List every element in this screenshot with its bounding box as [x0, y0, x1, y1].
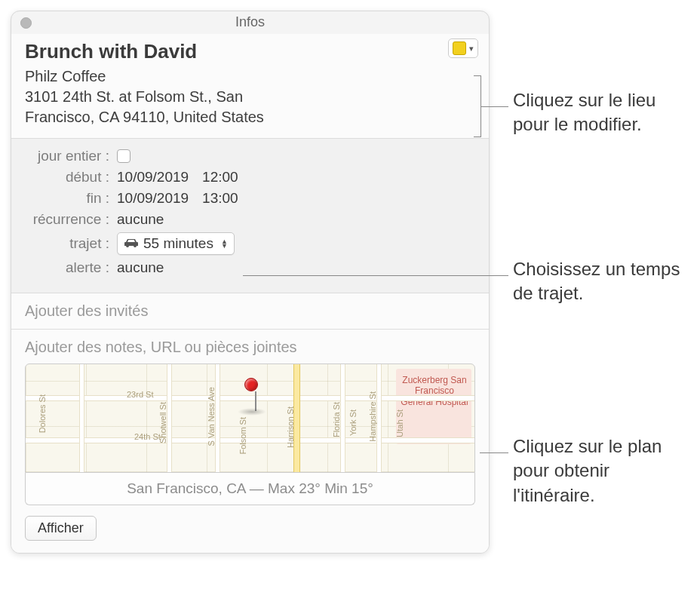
travel-label: trajet :	[25, 235, 117, 252]
end-date[interactable]: 10/09/2019	[117, 190, 189, 207]
callout-travel: Choisissez un temps de trajet.	[513, 257, 686, 306]
street-label: Hampshire St	[368, 391, 377, 442]
repeat-value[interactable]: aucune	[117, 211, 164, 228]
bracket-icon	[472, 75, 481, 137]
location-line2: Francisco, CA 94110, United States	[25, 107, 475, 127]
stepper-icon: ▲▼	[221, 239, 228, 248]
start-date[interactable]: 10/09/2019	[117, 169, 189, 186]
event-details: jour entier : début : 10/09/2019 12:00 f…	[11, 139, 489, 293]
alert-value[interactable]: aucune	[117, 259, 164, 276]
repeat-label: récurrence :	[25, 211, 117, 228]
invitees-field[interactable]: Ajouter des invités	[11, 293, 489, 330]
end-time[interactable]: 13:00	[202, 190, 238, 207]
callout-location: Cliquez sur le lieu pour le modifier.	[513, 88, 686, 137]
street-label: Florida St	[332, 402, 341, 437]
start-time[interactable]: 12:00	[202, 169, 238, 186]
street-label: Harrison St	[286, 406, 295, 448]
window-title: Infos	[11, 14, 489, 30]
street-label: Folsom St	[238, 417, 247, 455]
calendar-color-picker[interactable]: ▾	[448, 38, 478, 58]
street-label: Shotwell St	[158, 402, 167, 443]
start-label: début :	[25, 169, 117, 186]
end-label: fin :	[25, 190, 117, 207]
location-name: Philz Coffee	[25, 66, 475, 87]
street-label: S Van Ness Ave	[207, 387, 216, 446]
color-swatch-icon	[453, 41, 466, 55]
map-section: Zuckerberg San Francisco General Hospita…	[11, 356, 489, 505]
location-line1: 3101 24th St. at Folsom St., San	[25, 87, 475, 107]
street-label: 24th St	[134, 432, 161, 441]
street-label: 23rd St	[127, 390, 153, 399]
car-icon	[124, 235, 139, 252]
leader-line	[480, 452, 508, 453]
alert-label: alerte :	[25, 259, 117, 276]
all-day-label: jour entier :	[25, 148, 117, 164]
event-header: Brunch with David Philz Coffee 3101 24th…	[11, 34, 489, 139]
callout-map: Cliquez sur le plan pour obtenir l'itiné…	[513, 434, 694, 508]
event-info-popover: Infos Brunch with David Philz Coffee 310…	[11, 11, 490, 554]
leader-line	[243, 275, 508, 276]
event-location[interactable]: Philz Coffee 3101 24th St. at Folsom St.…	[25, 66, 475, 127]
map-pin-icon	[244, 378, 266, 416]
street-label: Utah St	[395, 409, 404, 437]
leader-line	[481, 106, 508, 107]
weather-bar: San Francisco, CA — Max 23° Min 15°	[25, 473, 475, 505]
travel-time-value: 55 minutes	[143, 235, 213, 252]
map-preview[interactable]: Zuckerberg San Francisco General Hospita…	[25, 363, 475, 473]
travel-time-select[interactable]: 55 minutes ▲▼	[117, 232, 235, 255]
show-button[interactable]: Afficher	[25, 516, 97, 541]
all-day-checkbox[interactable]	[117, 149, 130, 163]
event-title[interactable]: Brunch with David	[25, 40, 475, 63]
titlebar: Infos	[11, 11, 489, 34]
notes-field[interactable]: Ajouter des notes, URL ou pièces jointes	[11, 330, 489, 356]
footer: Afficher	[11, 505, 489, 553]
street-label: York St	[348, 409, 358, 436]
hospital-label: Zuckerberg San Francisco General Hospita…	[401, 375, 468, 407]
street-label: Dolores St	[38, 394, 47, 433]
chevron-down-icon: ▾	[469, 44, 474, 54]
